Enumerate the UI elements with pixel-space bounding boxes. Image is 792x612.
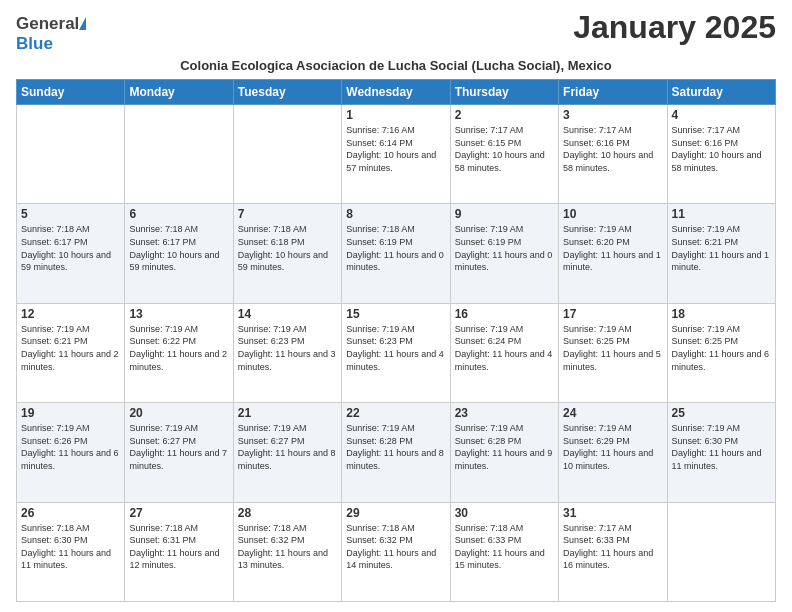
table-cell: 16Sunrise: 7:19 AM Sunset: 6:24 PM Dayli… [450,303,558,402]
table-cell: 7Sunrise: 7:18 AM Sunset: 6:18 PM Daylig… [233,204,341,303]
day-info: Sunrise: 7:17 AM Sunset: 6:16 PM Dayligh… [563,124,662,174]
table-cell: 24Sunrise: 7:19 AM Sunset: 6:29 PM Dayli… [559,403,667,502]
day-number: 21 [238,406,337,420]
day-number: 29 [346,506,445,520]
weekday-header-row: Sunday Monday Tuesday Wednesday Thursday… [17,80,776,105]
table-cell: 20Sunrise: 7:19 AM Sunset: 6:27 PM Dayli… [125,403,233,502]
day-info: Sunrise: 7:19 AM Sunset: 6:21 PM Dayligh… [21,323,120,373]
header-monday: Monday [125,80,233,105]
table-cell: 29Sunrise: 7:18 AM Sunset: 6:32 PM Dayli… [342,502,450,601]
day-number: 16 [455,307,554,321]
table-cell: 5Sunrise: 7:18 AM Sunset: 6:17 PM Daylig… [17,204,125,303]
page: General Blue January 2025 Colonia Ecolog… [0,0,792,612]
day-number: 10 [563,207,662,221]
day-info: Sunrise: 7:18 AM Sunset: 6:32 PM Dayligh… [238,522,337,572]
day-number: 19 [21,406,120,420]
table-cell: 8Sunrise: 7:18 AM Sunset: 6:19 PM Daylig… [342,204,450,303]
day-number: 5 [21,207,120,221]
week-row-3: 12Sunrise: 7:19 AM Sunset: 6:21 PM Dayli… [17,303,776,402]
day-info: Sunrise: 7:19 AM Sunset: 6:27 PM Dayligh… [129,422,228,472]
day-number: 11 [672,207,771,221]
week-row-4: 19Sunrise: 7:19 AM Sunset: 6:26 PM Dayli… [17,403,776,502]
day-info: Sunrise: 7:18 AM Sunset: 6:32 PM Dayligh… [346,522,445,572]
day-info: Sunrise: 7:18 AM Sunset: 6:18 PM Dayligh… [238,223,337,273]
main-title: January 2025 [573,10,776,45]
day-number: 28 [238,506,337,520]
table-cell: 17Sunrise: 7:19 AM Sunset: 6:25 PM Dayli… [559,303,667,402]
logo-triangle-icon [79,17,86,30]
day-number: 13 [129,307,228,321]
day-number: 7 [238,207,337,221]
day-info: Sunrise: 7:17 AM Sunset: 6:16 PM Dayligh… [672,124,771,174]
day-info: Sunrise: 7:19 AM Sunset: 6:25 PM Dayligh… [563,323,662,373]
day-number: 25 [672,406,771,420]
day-number: 27 [129,506,228,520]
header: General Blue January 2025 [16,10,776,54]
day-number: 26 [21,506,120,520]
day-info: Sunrise: 7:19 AM Sunset: 6:30 PM Dayligh… [672,422,771,472]
day-info: Sunrise: 7:17 AM Sunset: 6:15 PM Dayligh… [455,124,554,174]
day-number: 20 [129,406,228,420]
title-block: January 2025 [573,10,776,45]
logo-blue: Blue [16,34,53,54]
table-cell [667,502,775,601]
table-cell: 23Sunrise: 7:19 AM Sunset: 6:28 PM Dayli… [450,403,558,502]
day-number: 1 [346,108,445,122]
table-cell: 19Sunrise: 7:19 AM Sunset: 6:26 PM Dayli… [17,403,125,502]
day-info: Sunrise: 7:18 AM Sunset: 6:19 PM Dayligh… [346,223,445,273]
table-cell: 3Sunrise: 7:17 AM Sunset: 6:16 PM Daylig… [559,105,667,204]
header-wednesday: Wednesday [342,80,450,105]
day-info: Sunrise: 7:19 AM Sunset: 6:25 PM Dayligh… [672,323,771,373]
table-cell: 11Sunrise: 7:19 AM Sunset: 6:21 PM Dayli… [667,204,775,303]
table-cell: 10Sunrise: 7:19 AM Sunset: 6:20 PM Dayli… [559,204,667,303]
header-tuesday: Tuesday [233,80,341,105]
table-cell [233,105,341,204]
table-cell [125,105,233,204]
day-info: Sunrise: 7:19 AM Sunset: 6:26 PM Dayligh… [21,422,120,472]
table-cell: 13Sunrise: 7:19 AM Sunset: 6:22 PM Dayli… [125,303,233,402]
logo: General Blue [16,14,86,54]
table-cell: 25Sunrise: 7:19 AM Sunset: 6:30 PM Dayli… [667,403,775,502]
table-cell: 9Sunrise: 7:19 AM Sunset: 6:19 PM Daylig… [450,204,558,303]
day-info: Sunrise: 7:16 AM Sunset: 6:14 PM Dayligh… [346,124,445,174]
day-number: 2 [455,108,554,122]
table-cell: 15Sunrise: 7:19 AM Sunset: 6:23 PM Dayli… [342,303,450,402]
table-cell: 21Sunrise: 7:19 AM Sunset: 6:27 PM Dayli… [233,403,341,502]
calendar-table: Sunday Monday Tuesday Wednesday Thursday… [16,79,776,602]
day-number: 4 [672,108,771,122]
day-info: Sunrise: 7:19 AM Sunset: 6:28 PM Dayligh… [346,422,445,472]
day-info: Sunrise: 7:19 AM Sunset: 6:21 PM Dayligh… [672,223,771,273]
table-cell: 31Sunrise: 7:17 AM Sunset: 6:33 PM Dayli… [559,502,667,601]
day-number: 18 [672,307,771,321]
header-friday: Friday [559,80,667,105]
table-cell: 1Sunrise: 7:16 AM Sunset: 6:14 PM Daylig… [342,105,450,204]
subtitle: Colonia Ecologica Asociacion de Lucha So… [16,58,776,73]
table-cell: 30Sunrise: 7:18 AM Sunset: 6:33 PM Dayli… [450,502,558,601]
day-info: Sunrise: 7:19 AM Sunset: 6:23 PM Dayligh… [238,323,337,373]
day-number: 30 [455,506,554,520]
day-info: Sunrise: 7:17 AM Sunset: 6:33 PM Dayligh… [563,522,662,572]
day-info: Sunrise: 7:18 AM Sunset: 6:30 PM Dayligh… [21,522,120,572]
table-cell: 18Sunrise: 7:19 AM Sunset: 6:25 PM Dayli… [667,303,775,402]
day-number: 9 [455,207,554,221]
day-number: 8 [346,207,445,221]
day-number: 23 [455,406,554,420]
table-cell: 27Sunrise: 7:18 AM Sunset: 6:31 PM Dayli… [125,502,233,601]
day-info: Sunrise: 7:19 AM Sunset: 6:20 PM Dayligh… [563,223,662,273]
day-info: Sunrise: 7:19 AM Sunset: 6:27 PM Dayligh… [238,422,337,472]
table-cell [17,105,125,204]
table-cell: 2Sunrise: 7:17 AM Sunset: 6:15 PM Daylig… [450,105,558,204]
table-cell: 26Sunrise: 7:18 AM Sunset: 6:30 PM Dayli… [17,502,125,601]
day-info: Sunrise: 7:19 AM Sunset: 6:22 PM Dayligh… [129,323,228,373]
day-number: 14 [238,307,337,321]
day-info: Sunrise: 7:18 AM Sunset: 6:31 PM Dayligh… [129,522,228,572]
week-row-5: 26Sunrise: 7:18 AM Sunset: 6:30 PM Dayli… [17,502,776,601]
day-number: 31 [563,506,662,520]
table-cell: 4Sunrise: 7:17 AM Sunset: 6:16 PM Daylig… [667,105,775,204]
week-row-1: 1Sunrise: 7:16 AM Sunset: 6:14 PM Daylig… [17,105,776,204]
table-cell: 28Sunrise: 7:18 AM Sunset: 6:32 PM Dayli… [233,502,341,601]
day-number: 22 [346,406,445,420]
day-info: Sunrise: 7:19 AM Sunset: 6:24 PM Dayligh… [455,323,554,373]
day-number: 24 [563,406,662,420]
day-info: Sunrise: 7:18 AM Sunset: 6:33 PM Dayligh… [455,522,554,572]
